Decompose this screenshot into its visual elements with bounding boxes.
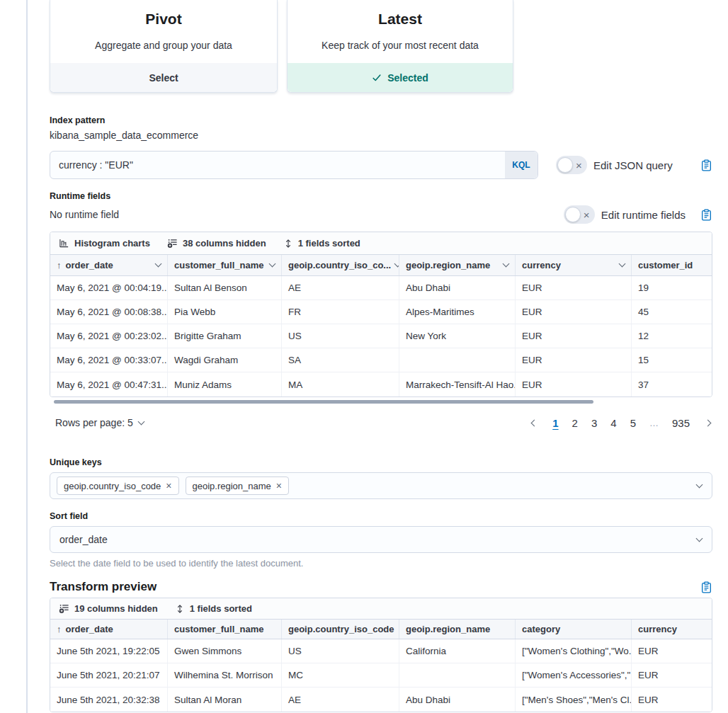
latest-selected-button[interactable]: Selected <box>288 63 513 92</box>
table-cell: Marrakech-Tensift-Al Hao... <box>399 372 516 397</box>
column-header-label: geoip.region_name <box>406 624 490 634</box>
pivot-card[interactable]: Pivot Aggregate and group your data Sele… <box>50 0 278 93</box>
preview-data-grid: 19 columns hidden 1 fields sorted ↑ orde… <box>50 598 712 712</box>
table-row[interactable]: May 6, 2021 @ 00:08:38... Pia Webb FR Al… <box>50 300 712 324</box>
column-header-label: customer_id <box>638 260 693 270</box>
fields-sorted-button[interactable]: 1 fields sorted <box>283 238 360 249</box>
histogram-charts-button[interactable]: Histogram charts <box>59 238 150 249</box>
table-cell: New York <box>399 324 516 348</box>
index-pattern-label: Index pattern <box>50 115 712 125</box>
next-page-button[interactable] <box>703 418 712 428</box>
column-header-order-date[interactable]: ↑ order_date <box>50 255 168 275</box>
table-cell: EUR <box>516 276 632 300</box>
kql-language-button[interactable]: KQL <box>505 152 538 178</box>
query-text: currency : "EUR" <box>50 159 505 171</box>
table-cell: ["Women's Clothing","Wo... <box>516 639 632 663</box>
column-header-label: geoip.country_iso_co... <box>288 260 391 270</box>
column-header-geoip-country[interactable]: geoip.country_iso_code <box>282 620 399 639</box>
table-row[interactable]: June 5th 2021, 19:22:05 Gwen Simmons US … <box>50 639 712 663</box>
rows-per-page-button[interactable]: Rows per page: 5 <box>55 417 144 428</box>
table-cell: AE <box>282 276 399 300</box>
table-cell: Brigitte Graham <box>168 324 282 348</box>
page-number-1[interactable]: 1 <box>552 417 558 429</box>
page-number-3[interactable]: 3 <box>591 417 597 429</box>
table-row[interactable]: May 6, 2021 @ 00:23:02... Brigitte Graha… <box>50 324 712 348</box>
column-header-label: order_date <box>66 624 113 634</box>
pagination-row: Rows per page: 5 1 2 3 4 5 … 935 <box>50 413 712 433</box>
copy-runtime-clipboard-icon[interactable] <box>700 209 712 221</box>
close-icon[interactable]: × <box>276 481 282 491</box>
page-number-4[interactable]: 4 <box>610 417 616 429</box>
copy-query-clipboard-icon[interactable] <box>700 159 712 171</box>
column-header-category[interactable]: category <box>516 620 632 639</box>
table-row[interactable]: May 6, 2021 @ 00:04:19... Sultan Al Bens… <box>50 276 712 300</box>
preview-header-row: ↑ order_date customer_full_name geoip.co… <box>50 620 712 639</box>
step-indicator-line <box>26 0 28 713</box>
column-header-geoip-region[interactable]: geoip.region_name <box>399 620 516 639</box>
transform-preview-title: Transform preview <box>50 580 157 594</box>
table-row[interactable]: May 6, 2021 @ 00:33:07... Wagdi Graham S… <box>50 348 712 372</box>
column-header-customer-full-name[interactable]: customer_full_name <box>168 255 282 275</box>
index-pattern-value: kibana_sample_data_ecommerce <box>50 130 712 141</box>
table-cell: Alpes-Maritimes <box>399 300 516 324</box>
preview-fields-sorted-button[interactable]: 1 fields sorted <box>175 603 252 614</box>
table-cell: EUR <box>516 300 632 324</box>
pivot-select-button[interactable]: Select <box>50 63 277 92</box>
horizontal-scrollbar[interactable] <box>54 400 593 404</box>
search-input[interactable]: currency : "EUR" KQL <box>50 151 538 179</box>
table-cell: EUR <box>632 663 712 687</box>
table-cell: MA <box>282 372 399 397</box>
chevron-down-icon[interactable] <box>503 261 510 268</box>
previous-page-button[interactable] <box>530 418 539 428</box>
chevron-down-icon[interactable] <box>394 261 399 268</box>
pivot-card-description: Aggregate and group your data <box>50 40 277 51</box>
columns-hidden-button[interactable]: 38 columns hidden <box>167 238 266 249</box>
column-header-currency[interactable]: currency <box>516 255 632 275</box>
chevron-down-icon[interactable] <box>269 261 276 268</box>
chevron-down-icon[interactable] <box>696 481 703 488</box>
table-row[interactable]: June 5th 2021, 20:32:38 Sultan Al Moran … <box>50 688 712 712</box>
table-cell: US <box>282 324 399 348</box>
table-cell: US <box>282 639 399 663</box>
unique-key-chip: geoip.region_name × <box>186 477 290 495</box>
column-header-geoip-country[interactable]: geoip.country_iso_co... <box>282 255 399 275</box>
columns-hidden-icon <box>167 238 178 249</box>
runtime-fields-value: No runtime field <box>50 209 119 220</box>
unique-keys-combobox[interactable]: geoip.country_iso_code × geoip.region_na… <box>50 472 712 499</box>
column-header-customer-full-name[interactable]: customer_full_name <box>168 620 282 639</box>
preview-columns-hidden-button[interactable]: 19 columns hidden <box>59 603 158 614</box>
column-header-label: geoip.country_iso_code <box>288 624 394 634</box>
sort-field-select[interactable]: order_date <box>50 526 712 553</box>
unique-keys-label: Unique keys <box>50 457 712 467</box>
chevron-down-icon[interactable] <box>619 261 626 268</box>
check-icon <box>372 73 382 83</box>
latest-card[interactable]: Latest Keep track of your most recent da… <box>287 0 513 93</box>
grid-toolbar: Histogram charts 38 columns hidden 1 fie… <box>50 232 712 255</box>
preview-fields-sorted-label: 1 fields sorted <box>190 603 252 614</box>
table-row[interactable]: June 5th 2021, 20:21:07 Wilhemina St. Mo… <box>50 663 712 688</box>
table-row[interactable]: May 6, 2021 @ 00:47:31... Muniz Adams MA… <box>50 372 712 397</box>
edit-json-query-toggle[interactable]: × <box>556 156 587 174</box>
grid-header-row: ↑ order_date customer_full_name geoip.co… <box>50 255 712 276</box>
table-cell: EUR <box>632 639 712 663</box>
copy-preview-clipboard-icon[interactable] <box>700 581 712 593</box>
histogram-icon <box>59 238 69 249</box>
page-number-935[interactable]: 935 <box>672 417 690 429</box>
table-cell: ["Women's Accessories","... <box>516 663 632 687</box>
page-number-5[interactable]: 5 <box>630 417 636 429</box>
column-header-order-date[interactable]: ↑ order_date <box>50 620 168 639</box>
grid-body: May 6, 2021 @ 00:04:19... Sultan Al Bens… <box>50 276 712 397</box>
page-number-2[interactable]: 2 <box>572 417 578 429</box>
table-cell: MC <box>282 663 399 687</box>
close-icon[interactable]: × <box>166 481 171 491</box>
chevron-down-icon[interactable] <box>155 261 162 268</box>
edit-runtime-fields-toggle[interactable]: × <box>564 205 595 224</box>
column-header-geoip-region[interactable]: geoip.region_name <box>399 255 516 275</box>
column-header-customer-id[interactable]: customer_id <box>632 255 712 275</box>
fields-sorted-icon <box>283 239 293 249</box>
column-header-currency[interactable]: currency <box>632 620 712 639</box>
column-header-label: order_date <box>66 260 113 270</box>
fields-sorted-label: 1 fields sorted <box>298 238 360 249</box>
table-cell: June 5th 2021, 19:22:05 <box>50 639 168 663</box>
chevron-down-icon[interactable] <box>696 535 703 542</box>
